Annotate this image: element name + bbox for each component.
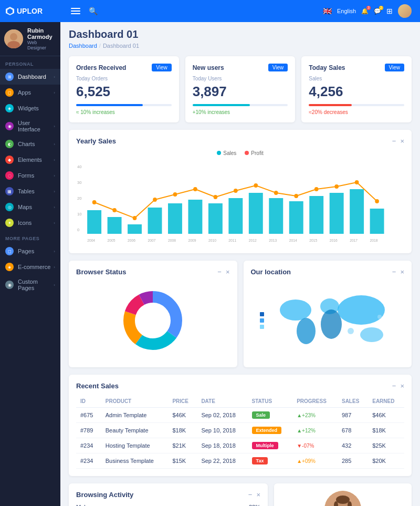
svg-rect-17 <box>228 198 243 234</box>
activity-bars-container: Male 33% Female 76% Students 65% <box>76 504 260 506</box>
users-view-button[interactable]: View <box>268 64 288 71</box>
topbar: 🔍 🇬🇧 English 🔔 3 💬 2 ⊞ <box>60 0 420 22</box>
ui-icon: ◉ <box>5 122 14 130</box>
close-browser-icon[interactable]: × <box>226 268 230 276</box>
breadcrumb-home[interactable]: Dashboard <box>69 43 97 49</box>
svg-text:2009: 2009 <box>188 239 196 242</box>
svg-rect-21 <box>309 196 323 234</box>
grid-icon[interactable]: ⊞ <box>386 7 393 15</box>
close-sales-icon[interactable]: × <box>400 382 404 390</box>
svg-rect-22 <box>330 193 344 234</box>
close-icon[interactable]: × <box>400 137 404 145</box>
cell-id: #234 <box>76 438 101 453</box>
app-name: UPLOR <box>17 7 43 15</box>
svg-text:30: 30 <box>77 180 82 185</box>
svg-point-31 <box>214 195 218 199</box>
sales-view-button[interactable]: View <box>385 64 405 71</box>
svg-point-32 <box>234 189 238 193</box>
svg-point-30 <box>193 187 197 191</box>
svg-point-29 <box>173 192 177 197</box>
notification-bell-button[interactable]: 🔔 3 <box>361 8 369 15</box>
cell-status: Extended <box>248 423 293 438</box>
yearly-chart-svg: 40 30 20 10 0 <box>76 160 404 244</box>
dashboard-icon: ⊞ <box>5 73 14 81</box>
forms-icon: ◌ <box>5 171 14 180</box>
sidebar-item-ecommerce[interactable]: ◈ E-commerce › <box>0 259 60 275</box>
chevron-icon: › <box>54 265 55 270</box>
cell-date: Sep 18, 2018 <box>197 438 247 453</box>
sidebar-label-ui: User Interface <box>18 120 54 132</box>
col-progress: PROGRESS <box>292 395 338 408</box>
cell-price: $21K <box>168 438 197 453</box>
minimize-icon[interactable]: − <box>392 137 396 145</box>
yearly-chart-title: Yearly Sales <box>76 137 116 145</box>
col-sales: SALES <box>338 395 368 408</box>
sidebar-section-personal: PERSONAL <box>0 56 60 69</box>
sales-legend-dot <box>217 151 221 155</box>
sidebar-item-elements[interactable]: ◆ Elements › <box>0 152 60 168</box>
cell-id: #675 <box>76 408 101 423</box>
svg-text:2013: 2013 <box>269 239 277 242</box>
minimize-browsing-icon[interactable]: − <box>248 491 253 499</box>
pages-icon: ◻ <box>5 247 14 255</box>
recent-sales-title: Recent Sales <box>76 382 119 390</box>
table-row: #789 Beauty Template $18K Sep 10, 2018 E… <box>76 423 404 438</box>
sidebar-item-tables[interactable]: ▦ Tables › <box>0 183 60 199</box>
sidebar-label-custom-pages: Custom Pages <box>18 278 54 291</box>
sidebar-item-ui[interactable]: ◉ User Interface › <box>0 116 60 136</box>
chevron-icon: › <box>54 249 55 254</box>
sidebar-label-ecommerce: E-commerce <box>18 264 50 270</box>
minimize-sales-icon[interactable]: − <box>392 382 396 390</box>
orders-progress-bar <box>76 104 143 106</box>
chevron-icon: › <box>54 90 55 95</box>
sidebar-label-elements: Elements <box>18 157 42 163</box>
sidebar-item-widgets[interactable]: ◈ Widgets <box>0 100 60 116</box>
language-label: English <box>337 8 356 14</box>
sidebar-item-maps[interactable]: ◎ Maps › <box>0 199 60 215</box>
sidebar-item-apps[interactable]: ◻ Apps › <box>0 85 60 100</box>
svg-text:10: 10 <box>77 212 82 216</box>
tables-icon: ▦ <box>5 187 14 195</box>
svg-point-39 <box>375 199 379 203</box>
orders-value: 6,525 <box>76 84 172 100</box>
sidebar-item-icons[interactable]: ✦ Icons › <box>0 215 60 231</box>
sidebar-item-pages[interactable]: ◻ Pages › <box>0 243 60 259</box>
cell-progress: ▲+23% <box>292 408 338 423</box>
orders-view-button[interactable]: View <box>152 64 172 71</box>
svg-point-68 <box>377 315 382 319</box>
sidebar-item-charts[interactable]: ◐ Charts › <box>0 136 60 152</box>
table-row: #675 Admin Template $46K Sep 02, 2018 Sa… <box>76 408 404 423</box>
browser-status-title: Browser Status <box>76 268 126 276</box>
search-button[interactable]: 🔍 <box>89 7 98 15</box>
location-title: Our location <box>251 268 291 276</box>
notification-message-button[interactable]: 💬 2 <box>374 8 381 15</box>
svg-point-67 <box>348 328 354 334</box>
svg-rect-15 <box>188 200 202 234</box>
new-users-card: New users View Today Users 3,897 +10% in… <box>185 56 296 122</box>
close-map-icon[interactable]: × <box>400 268 404 276</box>
cell-product: Beauty Template <box>101 423 169 438</box>
cell-price: $18K <box>168 423 197 438</box>
svg-text:2011: 2011 <box>228 239 236 242</box>
minimize-map-icon[interactable]: − <box>392 268 396 276</box>
chevron-icon: › <box>54 283 55 287</box>
svg-point-65 <box>338 295 385 325</box>
user-profile-sidebar: Rubin Carmody Web Designer <box>0 22 60 56</box>
svg-rect-11 <box>108 217 122 234</box>
today-sales-card: Today Sales View Sales 4,256 ≈20% decrea… <box>301 56 412 122</box>
sidebar-item-dashboard[interactable]: ⊞ Dashboard › <box>0 69 60 85</box>
topbar-avatar[interactable] <box>398 4 412 18</box>
col-price: PRICE <box>168 395 197 408</box>
sidebar-item-custom-pages[interactable]: ◉ Custom Pages › <box>0 275 60 295</box>
avatar <box>4 29 23 48</box>
close-browsing-icon[interactable]: × <box>256 491 260 499</box>
svg-rect-18 <box>249 193 263 234</box>
minimize-browser-icon[interactable]: − <box>217 268 222 276</box>
sidebar-item-forms[interactable]: ◌ Forms › <box>0 168 60 183</box>
cell-date: Sep 10, 2018 <box>197 423 247 438</box>
cell-progress: ▲+12% <box>292 423 338 438</box>
cell-sales: 432 <box>338 438 368 453</box>
hamburger-menu-button[interactable] <box>69 6 82 16</box>
svg-text:2006: 2006 <box>128 239 135 242</box>
col-product: PRODUCT <box>101 395 169 408</box>
